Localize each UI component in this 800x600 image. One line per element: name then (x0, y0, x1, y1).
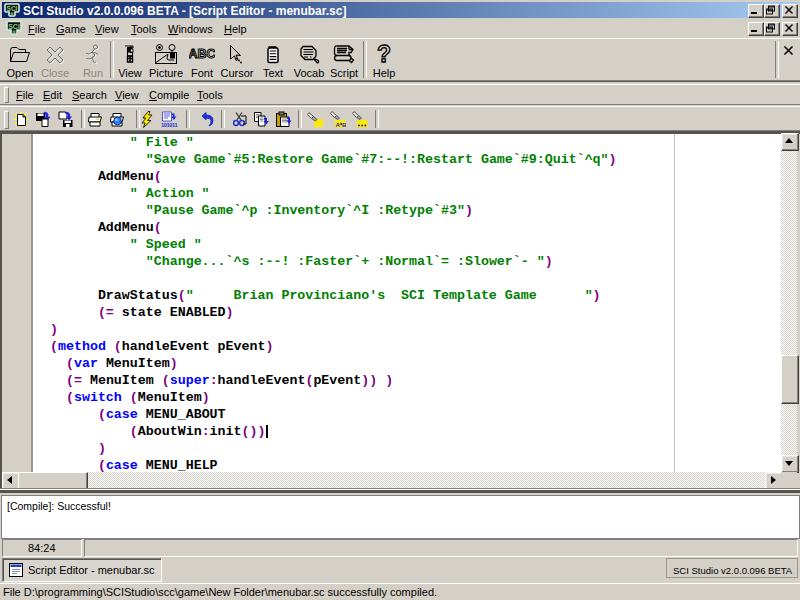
svg-text:?: ? (377, 43, 391, 65)
svg-text:SCI: SCI (7, 5, 18, 12)
svg-text:ABC: ABC (189, 47, 215, 61)
svg-text:101011: 101011 (161, 122, 178, 128)
svg-text:A: A (336, 122, 341, 128)
svg-text:SCI: SCI (8, 23, 20, 30)
svg-text:B: B (342, 122, 346, 128)
